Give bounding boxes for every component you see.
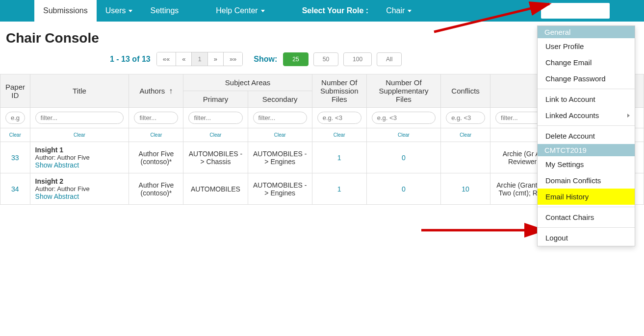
pager-first[interactable]: «« <box>157 52 176 66</box>
supfiles-link[interactable]: 0 <box>402 154 406 162</box>
clear-primary[interactable]: Clear <box>210 132 222 138</box>
role-selector[interactable]: Chair <box>377 0 420 22</box>
paper-id-link[interactable]: 34 <box>11 185 19 193</box>
user-dropdown: General User Profile Change Email Change… <box>537 25 635 205</box>
show-abstract-link[interactable]: Show Abstract <box>35 161 79 169</box>
role-value: Chair <box>386 6 405 15</box>
clear-conflicts[interactable]: Clear <box>460 132 471 138</box>
subfiles-link[interactable]: 1 <box>337 154 341 162</box>
filter-secondary[interactable] <box>253 112 307 124</box>
paper-title: Insight 1 <box>35 146 124 154</box>
nav-settings[interactable]: Settings <box>141 0 187 22</box>
filter-subfiles[interactable] <box>317 112 361 124</box>
filter-primary[interactable] <box>188 112 242 124</box>
filter-conflicts[interactable] <box>446 112 485 124</box>
clear-paper-id[interactable]: Clear <box>9 132 21 138</box>
role-label: Select Your Role : <box>293 0 377 22</box>
nav-submissions[interactable]: Submissions <box>34 0 97 22</box>
divider <box>538 89 635 89</box>
result-range: 1 - 13 of 13 <box>110 55 151 64</box>
dd-linked-accounts-label: Linked Accounts <box>545 111 599 120</box>
pager-prev[interactable]: « <box>176 52 192 66</box>
dd-domain-conflicts[interactable]: Domain Conflicts <box>538 172 635 189</box>
pager: «« « 1 » »» <box>156 52 243 66</box>
author-line: Author: Author Five <box>35 185 124 192</box>
page-size-50[interactable]: 50 <box>313 52 338 66</box>
show-label: Show: <box>254 55 277 64</box>
page-size-100[interactable]: 100 <box>343 52 372 66</box>
secondary-cell: AUTOMOBILES -> Engines <box>248 142 312 173</box>
filter-paper-id[interactable] <box>5 112 25 124</box>
top-nav: Submissions Users Settings Help Center S… <box>0 0 644 22</box>
secondary-cell: AUTOMOBILES -> Engines <box>248 173 312 205</box>
paper-id-link[interactable]: 33 <box>11 154 19 162</box>
col-sub-files[interactable]: Number Of Submission Files <box>312 74 366 108</box>
primary-cell: AUTOMOBILES -> Chassis <box>183 142 248 173</box>
dd-link-account[interactable]: Link to Account <box>538 91 635 107</box>
page-size-25[interactable]: 25 <box>283 52 308 66</box>
authors-cell: Author Five (contoso)* <box>129 173 183 205</box>
conflicts-link[interactable]: 10 <box>462 185 469 193</box>
pager-next[interactable]: » <box>208 52 224 66</box>
dropdown-header-general: General <box>538 26 635 38</box>
title-cell: Insight 2 Author: Author Five Show Abstr… <box>30 173 129 205</box>
col-conflicts[interactable]: Conflicts <box>441 74 490 108</box>
clear-authors[interactable]: Clear <box>150 132 162 138</box>
filter-authors[interactable] <box>134 112 178 124</box>
chevron-right-icon <box>627 114 630 118</box>
filter-title[interactable] <box>35 112 124 124</box>
col-subject-areas: Subject Areas <box>183 74 312 91</box>
user-menu-button[interactable] <box>541 3 610 19</box>
pager-last[interactable]: »» <box>224 52 242 66</box>
show-abstract-link[interactable]: Show Abstract <box>35 192 79 200</box>
supfiles-link[interactable]: 0 <box>402 185 406 193</box>
nav-users-label: Users <box>105 6 126 15</box>
col-authors-label: Authors <box>139 87 165 95</box>
clear-secondary[interactable]: Clear <box>274 132 286 138</box>
filter-supfiles[interactable] <box>372 112 436 124</box>
sort-asc-icon: ↑ <box>169 87 173 96</box>
authors-cell: Author Five (contoso)* <box>129 142 183 173</box>
divider <box>538 125 635 126</box>
pager-page-1[interactable]: 1 <box>192 52 207 66</box>
nav-help-label: Help Center <box>216 6 258 15</box>
caret-icon <box>261 10 265 12</box>
clear-supfiles[interactable]: Clear <box>398 132 410 138</box>
dropdown-header-conference: CMTCT2019 <box>538 144 635 156</box>
caret-icon <box>129 10 132 12</box>
dd-linked-accounts[interactable]: Linked Accounts <box>538 107 635 123</box>
col-primary[interactable]: Primary <box>183 91 248 108</box>
primary-cell: AUTOMOBILES <box>183 173 248 205</box>
subfiles-link[interactable]: 1 <box>337 185 341 193</box>
paper-title: Insight 2 <box>35 177 124 185</box>
caret-icon <box>408 10 412 12</box>
clear-subfiles[interactable]: Clear <box>334 132 345 138</box>
dd-email-history[interactable]: Email History <box>538 189 635 205</box>
conflicts-cell <box>441 142 490 173</box>
author-line: Author: Author Five <box>35 154 124 161</box>
col-title[interactable]: Title <box>30 74 129 108</box>
nav-users[interactable]: Users <box>97 0 142 22</box>
clear-title[interactable]: Clear <box>74 132 85 138</box>
page-size-all[interactable]: All <box>377 52 402 66</box>
dd-change-password[interactable]: Change Password <box>538 71 635 87</box>
dd-user-profile[interactable]: User Profile <box>538 38 635 54</box>
col-secondary[interactable]: Secondary <box>248 91 312 108</box>
col-authors[interactable]: Authors ↑ <box>129 74 183 108</box>
col-paper-id[interactable]: Paper ID <box>0 74 30 108</box>
dd-my-settings[interactable]: My Settings <box>538 156 635 172</box>
nav-help[interactable]: Help Center <box>207 0 273 22</box>
dd-change-email[interactable]: Change Email <box>538 54 635 71</box>
title-cell: Insight 1 Author: Author Five Show Abstr… <box>30 142 129 173</box>
col-sup-files[interactable]: Number Of Supplementary Files <box>366 74 440 108</box>
dd-delete-account[interactable]: Delete Account <box>538 128 635 144</box>
